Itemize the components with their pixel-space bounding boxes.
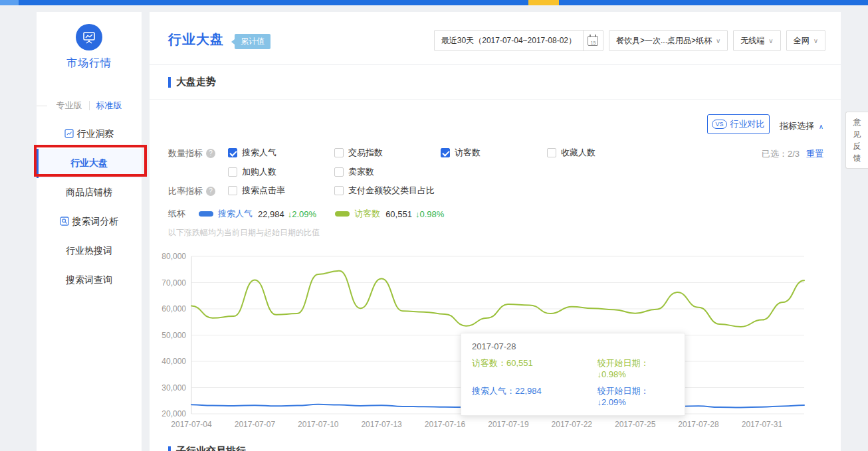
chevron-up-icon: ∧ (819, 123, 823, 130)
sidebar-item-product-shop-ranking[interactable]: 商品店铺榜 (37, 178, 142, 207)
industry-compare-button[interactable]: VS 行业对比 (707, 114, 770, 134)
feedback-tab[interactable]: 意见反馈 (845, 112, 868, 169)
tooltip-row-visitors: 访客数：60,551 较开始日期：↓0.98% (472, 357, 674, 379)
sidebar-item-hot-search-words[interactable]: 行业热搜词 (37, 236, 142, 266)
checkbox-label: 访客数 (455, 147, 481, 159)
svg-text:2017-07-19: 2017-07-19 (488, 420, 529, 429)
tab-pro-version[interactable]: 专业版 (56, 100, 82, 112)
sidebar-item-industry-overview[interactable]: 行业大盘 (37, 149, 142, 178)
checkbox-sellers[interactable]: 卖家数 (334, 166, 374, 178)
svg-text:2017-07-07: 2017-07-07 (235, 420, 276, 429)
sidebar-item-label: 行业大盘 (70, 157, 108, 169)
svg-text:70,000: 70,000 (162, 278, 186, 288)
reset-link[interactable]: 重置 (806, 149, 823, 159)
terminal-dropdown-value: 无线端 (740, 35, 764, 46)
checkbox-label: 加购人数 (242, 166, 276, 178)
calendar-button[interactable]: 15 (583, 31, 603, 50)
svg-text:20,000: 20,000 (162, 409, 186, 418)
category-dropdown-value: 餐饮具>一次...桌用品>纸杯 (616, 35, 712, 46)
app-title: 市场行情 (37, 56, 142, 92)
terminal-dropdown[interactable]: 无线端 ∨ (733, 30, 780, 51)
date-range-picker[interactable]: 最近30天（2017-07-04~2017-08-02） 15 (434, 30, 603, 51)
category-dropdown[interactable]: 餐饮具>一次...桌用品>纸杯 ∨ (609, 30, 728, 51)
page-header: 行业大盘 累计值 最近30天（2017-07-04~2017-08-02） 15… (150, 12, 841, 65)
calendar-icon: 15 (588, 36, 598, 46)
chart-note: 以下涨跌幅均为当前日期与起始日期的比值 (168, 227, 320, 238)
chart-tooltip: 2017-07-28 访客数：60,551 较开始日期：↓0.98% 搜索人气：… (461, 333, 685, 416)
industry-insight-icon (64, 129, 74, 140)
checkbox-search-popularity[interactable]: 搜索人气 (228, 147, 276, 159)
svg-text:2017-07-16: 2017-07-16 (425, 420, 466, 429)
search-word-analysis-icon (60, 217, 69, 228)
checkbox-icon[interactable] (228, 186, 237, 195)
checkbox-visitors[interactable]: 访客数 (441, 147, 481, 159)
svg-text:2017-07-10: 2017-07-10 (298, 420, 339, 429)
trend-section-title: 大盘走势 (176, 76, 216, 88)
sidebar-item-label: 商品店铺榜 (66, 187, 112, 199)
checkbox-icon[interactable] (228, 167, 237, 177)
scope-dropdown[interactable]: 全网 ∨ (786, 30, 825, 51)
compare-button-label: 行业对比 (730, 118, 765, 130)
legend-item-search-popularity[interactable]: 搜索人气 22,984 ↓2.09% (199, 208, 316, 220)
checkbox-icon[interactable] (441, 148, 450, 157)
logo (37, 12, 142, 50)
svg-text:30,000: 30,000 (162, 383, 186, 393)
chart-legend: 纸杯 搜索人气 22,984 ↓2.09% 访客数 60,551 ↓0.98% (168, 208, 463, 220)
help-icon[interactable] (206, 149, 215, 158)
selected-count: 已选：2/3重置 (762, 148, 823, 160)
header-filters: 最近30天（2017-07-04~2017-08-02） 15 餐饮具>一次..… (434, 30, 825, 51)
svg-text:2017-07-13: 2017-07-13 (361, 420, 402, 429)
bottom-section-header: 子行业交易排行 (168, 445, 246, 451)
checkbox-add-to-cart[interactable]: 加购人数 (228, 166, 276, 178)
svg-text:2017-07-22: 2017-07-22 (552, 420, 593, 429)
sidebar: 市场行情 专业版 标准版 行业洞察 行业大盘 商品店铺榜 搜索词分析 行业热搜词… (37, 12, 142, 451)
chevron-down-icon: ∨ (716, 37, 720, 45)
legend-item-visitors[interactable]: 访客数 60,551 ↓0.98% (335, 208, 444, 220)
section-accent-bar (168, 446, 171, 451)
checkbox-icon[interactable] (228, 148, 237, 157)
main-content: 行业大盘 累计值 最近30天（2017-07-04~2017-08-02） 15… (150, 12, 841, 451)
checkbox-label: 搜索人气 (242, 147, 276, 159)
sidebar-item-label: 搜索词查询 (66, 274, 112, 286)
svg-text:60,000: 60,000 (162, 304, 186, 314)
metric-select-toggle[interactable]: 指标选择 ∧ (780, 120, 823, 132)
bottom-section-title: 子行业交易排行 (176, 445, 246, 451)
topbar-active-tab-marker (528, 0, 559, 5)
page-title: 行业大盘 (168, 31, 224, 48)
checkbox-search-ctr[interactable]: 搜索点击率 (228, 185, 285, 197)
svg-text:2017-07-25: 2017-07-25 (615, 420, 656, 429)
sidebar-item-industry-insight[interactable]: 行业洞察 (37, 120, 142, 149)
checkbox-icon[interactable] (334, 186, 344, 195)
legend-series-value: 22,984 (258, 209, 284, 219)
quantity-indicator-label: 数量指标 (168, 147, 215, 159)
legend-series-name: 搜索人气 (218, 208, 253, 220)
checkbox-favorites[interactable]: 收藏人数 (547, 147, 596, 159)
topbar-left-segment (0, 0, 19, 5)
trend-section-header: 大盘走势 (150, 65, 841, 100)
checkbox-transaction-index[interactable]: 交易指数 (334, 147, 383, 159)
ratio-indicator-label: 比率指标 (168, 185, 215, 197)
sidebar-item-label: 行业洞察 (77, 128, 114, 140)
trend-chart: 20,00030,00040,00050,00060,00070,00080,0… (160, 250, 817, 434)
tooltip-date: 2017-07-28 (472, 341, 674, 351)
legend-series-name: 访客数 (354, 208, 380, 220)
help-icon[interactable] (206, 187, 215, 196)
top-navigation-bar (0, 0, 868, 5)
checkbox-payment-ratio[interactable]: 支付金额较父类目占比 (334, 185, 435, 197)
checkbox-label: 搜索点击率 (242, 185, 285, 197)
checkbox-label: 交易指数 (348, 147, 383, 159)
chevron-down-icon: ∨ (768, 37, 773, 45)
vs-icon: VS (712, 120, 726, 129)
tab-standard-version[interactable]: 标准版 (96, 100, 122, 112)
sidebar-item-search-word-analysis[interactable]: 搜索词分析 (37, 207, 142, 236)
svg-text:2017-07-04: 2017-07-04 (171, 420, 212, 429)
svg-text:50,000: 50,000 (162, 331, 186, 340)
checkbox-icon[interactable] (547, 148, 556, 157)
version-tabs: 专业版 标准版 (37, 92, 142, 120)
date-range-text: 最近30天（2017-07-04~2017-08-02） (435, 35, 583, 46)
checkbox-icon[interactable] (334, 148, 344, 157)
checkbox-icon[interactable] (334, 167, 344, 177)
svg-text:2017-07-28: 2017-07-28 (678, 420, 719, 429)
legend-category: 纸杯 (168, 208, 185, 220)
sidebar-item-search-word-query[interactable]: 搜索词查询 (37, 266, 142, 295)
